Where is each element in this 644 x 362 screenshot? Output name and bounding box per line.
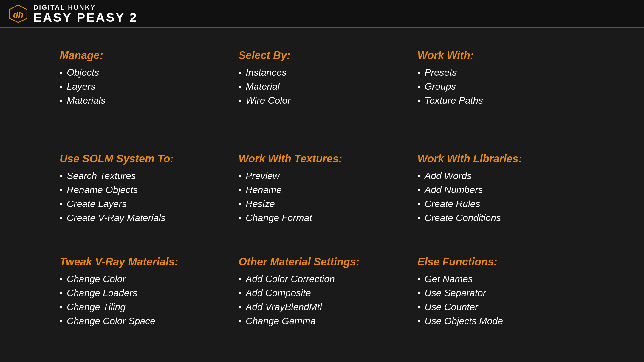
section-title-work-with-textures: Work With Textures: — [239, 153, 405, 165]
list-item: Change Color Space — [60, 316, 227, 327]
list-item: Change Format — [239, 212, 405, 223]
section-title-else-functions: Else Functions: — [417, 256, 584, 268]
section-title-select-by: Select By: — [239, 49, 405, 62]
list-item: Resize — [239, 198, 405, 209]
section-list-solm-system: Search TexturesRename ObjectsCreate Laye… — [60, 170, 227, 223]
list-item: Add Color Correction — [239, 274, 405, 285]
logo-title: EASY PEASY 2 — [33, 11, 138, 24]
section-title-tweak-vray: Tweak V-Ray Materials: — [60, 256, 227, 268]
section-title-work-with: Work With: — [417, 49, 584, 62]
list-item: Create Conditions — [417, 212, 584, 223]
list-item: Materials — [60, 95, 227, 106]
section-list-manage: ObjectsLayersMaterials — [60, 67, 227, 106]
logo-container: dh DIGITAL HUNKY EASY PEASY 2 — [9, 4, 138, 24]
list-item: Add Composite — [239, 288, 405, 299]
app-header: dh DIGITAL HUNKY EASY PEASY 2 — [0, 0, 644, 28]
section-title-manage: Manage: — [60, 49, 227, 62]
list-item: Change Color — [60, 274, 227, 285]
section-title-work-with-libraries: Work With Libraries: — [417, 153, 584, 165]
list-item: Create V-Ray Materials — [60, 212, 227, 223]
list-item: Layers — [60, 81, 227, 92]
section-select-by: Select By:InstancesMaterialWire Color — [239, 46, 405, 138]
list-item: Change Gamma — [239, 316, 405, 327]
logo-text: DIGITAL HUNKY EASY PEASY 2 — [33, 4, 138, 24]
section-else-functions: Else Functions:Get NamesUse SeparatorUse… — [417, 253, 584, 344]
section-work-with-libraries: Work With Libraries:Add WordsAdd Numbers… — [417, 150, 584, 241]
section-title-solm-system: Use SOLM System To: — [60, 153, 227, 165]
list-item: Material — [239, 81, 405, 92]
list-item: Change Loaders — [60, 288, 227, 299]
list-item: Get Names — [417, 274, 584, 285]
list-item: Create Layers — [60, 198, 227, 209]
main-content: Manage:ObjectsLayersMaterialsSelect By:I… — [0, 28, 644, 362]
list-item: Wire Color — [239, 95, 405, 106]
list-item: Rename Objects — [60, 184, 227, 195]
section-list-work-with: PresetsGroupsTexture Paths — [417, 67, 584, 106]
section-tweak-vray: Tweak V-Ray Materials:Change ColorChange… — [60, 253, 227, 344]
section-solm-system: Use SOLM System To:Search TexturesRename… — [60, 150, 227, 241]
section-list-else-functions: Get NamesUse SeparatorUse CounterUse Obj… — [417, 274, 584, 327]
list-item: Create Rules — [417, 198, 584, 209]
list-item: Change Tiling — [60, 302, 227, 313]
list-item: Search Textures — [60, 170, 227, 181]
logo-icon: dh — [9, 4, 27, 23]
section-work-with: Work With:PresetsGroupsTexture Paths — [417, 46, 584, 138]
list-item: Use Counter — [417, 302, 584, 313]
list-item: Rename — [239, 184, 405, 195]
section-list-work-with-libraries: Add WordsAdd NumbersCreate RulesCreate C… — [417, 170, 584, 223]
section-manage: Manage:ObjectsLayersMaterials — [60, 46, 227, 138]
list-item: Presets — [417, 67, 584, 78]
list-item: Texture Paths — [417, 95, 584, 106]
list-item: Objects — [60, 67, 227, 78]
section-work-with-textures: Work With Textures:PreviewRenameResizeCh… — [239, 150, 405, 241]
section-other-material: Other Material Settings:Add Color Correc… — [239, 253, 405, 344]
list-item: Use Objects Mode — [417, 316, 584, 327]
section-list-select-by: InstancesMaterialWire Color — [239, 67, 405, 106]
svg-text:dh: dh — [13, 10, 24, 19]
section-title-other-material: Other Material Settings: — [239, 256, 405, 268]
section-list-work-with-textures: PreviewRenameResizeChange Format — [239, 170, 405, 223]
list-item: Add Words — [417, 170, 584, 181]
list-item: Add Numbers — [417, 184, 584, 195]
list-item: Groups — [417, 81, 584, 92]
list-item: Use Separator — [417, 288, 584, 299]
list-item: Add VrayBlendMtl — [239, 302, 405, 313]
list-item: Preview — [239, 170, 405, 181]
section-list-tweak-vray: Change ColorChange LoadersChange TilingC… — [60, 274, 227, 327]
list-item: Instances — [239, 67, 405, 78]
section-list-other-material: Add Color CorrectionAdd CompositeAdd Vra… — [239, 274, 405, 327]
